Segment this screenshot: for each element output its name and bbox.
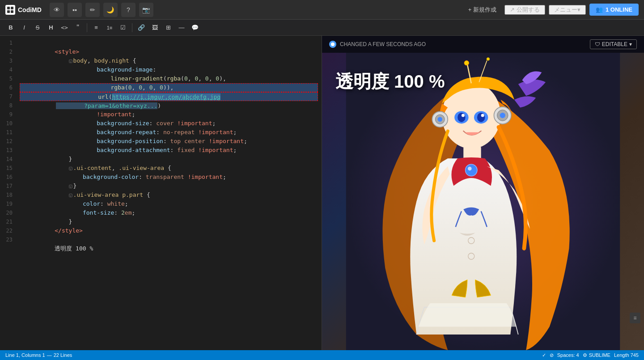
line-num-20: 20 (0, 208, 16, 217)
line-num-5: 5 (0, 74, 16, 83)
checkbox-button[interactable]: ☑ (117, 21, 129, 34)
line-num-9: 9 (0, 110, 16, 119)
menu-label: メニュー▾ (554, 6, 580, 14)
svg-point-12 (481, 114, 484, 117)
online-label: 1 ONLINE (606, 6, 632, 13)
svg-point-9 (458, 113, 466, 122)
code-button[interactable]: <> (58, 21, 71, 34)
help-button[interactable]: ? (121, 3, 136, 17)
line-num-12: 12 (0, 137, 16, 146)
editor-pane: 1 2 3 4 5 6 7 8 9 10 11 12 13 14 15 16 1… (0, 36, 322, 350)
camera-icon: 📷 (142, 6, 150, 13)
line-num-17: 17 (0, 182, 16, 191)
editable-button[interactable]: 🛡 EDITABLE ▾ (590, 39, 637, 49)
bold-button[interactable]: B (4, 21, 17, 34)
logo-icon (5, 5, 15, 15)
online-button[interactable]: 👥 1 ONLINE (589, 4, 639, 16)
edit-button[interactable]: ✏ (85, 3, 100, 17)
link-button[interactable]: 🔗 (135, 21, 148, 34)
svg-point-15 (438, 117, 443, 122)
editor-toolbar: B I S H <> " ≡ 1≡ ☑ 🔗 🖼 ⊞ — 💬 (0, 20, 644, 36)
comment-button[interactable]: 💬 (189, 21, 201, 34)
svg-point-20 (464, 61, 469, 66)
length-text: Length 745 (614, 352, 639, 358)
svg-point-25 (468, 167, 472, 171)
svg-rect-1 (11, 7, 13, 9)
line-num-16: 16 (0, 173, 16, 182)
list-ul-button[interactable]: ≡ (90, 21, 102, 34)
line-num-7: 7 (0, 92, 16, 101)
toolbar-separator-2 (132, 23, 132, 32)
preview-status: CHANGED A FEW SECONDS AGO (329, 41, 426, 48)
question-icon: ? (127, 6, 130, 13)
line-num-18: 18 (0, 191, 16, 199)
publish-button[interactable]: ↗ 公開する (504, 5, 545, 15)
app-logo: CodiMD (5, 5, 42, 15)
quote-button[interactable]: " (72, 21, 84, 34)
line-num-15: 15 (0, 164, 16, 173)
chevron-down-icon: ▾ (629, 41, 632, 47)
users-icon: 👥 (596, 6, 603, 13)
main-area: 1 2 3 4 5 6 7 8 9 10 11 12 13 14 15 16 1… (0, 36, 644, 350)
cursor-position: Line 1, Columns 1 — 22 Lines (5, 352, 72, 358)
italic-button[interactable]: I (18, 21, 30, 34)
eye-button[interactable]: 👁 (50, 3, 64, 17)
line-num-2: 2 (0, 47, 16, 56)
moon-icon: 🌙 (106, 6, 114, 13)
columns-icon: ▪▪ (72, 6, 77, 13)
eye-icon: 👁 (54, 6, 60, 13)
code-line-1: <style> (20, 38, 318, 47)
svg-point-11 (462, 114, 465, 117)
new-doc-button[interactable]: + 新規作成 (464, 6, 501, 14)
heading-button[interactable]: H (45, 21, 57, 34)
line-num-6: 6 (0, 83, 16, 92)
spell-check-icon: ⊘ (550, 352, 554, 358)
line-num-19: 19 (0, 199, 16, 208)
strikethrough-button[interactable]: S (31, 21, 44, 34)
scroll-to-bottom[interactable]: ≡ (630, 313, 640, 323)
checkmark-icon: ✓ (542, 352, 546, 358)
line-num-13: 13 (0, 146, 16, 155)
preview-pane: CHANGED A FEW SECONDS AGO 🛡 EDITABLE ▾ (322, 36, 644, 350)
line-num-21: 21 (0, 217, 16, 226)
line-num-22: 22 (0, 226, 16, 235)
preview-body: 透明度 100 % (322, 53, 644, 350)
lines-count: 22 Lines (54, 352, 72, 358)
svg-rect-3 (11, 10, 13, 13)
save-button[interactable]: 📷 (139, 3, 153, 17)
columns-button[interactable]: ▪▪ (68, 3, 82, 17)
length-indicator: Length 745 (614, 352, 639, 358)
table-button[interactable]: ⊞ (162, 21, 174, 34)
preview-header: CHANGED A FEW SECONDS AGO 🛡 EDITABLE ▾ (322, 36, 644, 53)
svg-point-22 (487, 58, 490, 61)
line-num-11: 11 (0, 128, 16, 137)
anime-character (322, 53, 644, 350)
toolbar-separator-1 (87, 23, 87, 32)
code-editor[interactable]: 1 2 3 4 5 6 7 8 9 10 11 12 13 14 15 16 1… (0, 36, 322, 350)
spaces-indicator[interactable]: Spaces: 4 (557, 352, 579, 358)
preview-background (322, 53, 644, 350)
code-lines[interactable]: <style> vbody, body.night { background-i… (16, 36, 322, 350)
navbar: CodiMD 👁 ▪▪ ✏ 🌙 ? 📷 + 新規作成 ↗ 公開する メニュー▾ … (0, 0, 644, 20)
line-num-8: 8 (0, 101, 16, 110)
svg-point-4 (331, 42, 335, 46)
editable-label: EDITABLE (602, 41, 627, 47)
overlay-text: 透明度 100 % (335, 72, 445, 91)
line-num-3: 3 (0, 56, 16, 65)
preview-overlay: 透明度 100 % (335, 71, 445, 92)
image-button[interactable]: 🖼 (148, 21, 161, 34)
logo-text: CodiMD (18, 6, 42, 13)
list-ol-button[interactable]: 1≡ (103, 21, 116, 34)
mode-text: SUBLIME (589, 352, 610, 358)
line-num-14: 14 (0, 155, 16, 164)
svg-rect-2 (7, 10, 10, 13)
menu-button[interactable]: メニュー▾ (549, 5, 586, 15)
hr-button[interactable]: — (175, 21, 188, 34)
svg-point-24 (466, 164, 477, 176)
statusbar-right: ✓ ⊘ Spaces: 4 ⚙ SUBLIME Length 745 (542, 352, 639, 358)
pencil-icon: ✏ (90, 6, 95, 13)
night-button[interactable]: 🌙 (103, 3, 118, 17)
line-num-10: 10 (0, 119, 16, 128)
separator: — (47, 352, 52, 358)
mode-indicator[interactable]: ⚙ SUBLIME (583, 352, 610, 358)
